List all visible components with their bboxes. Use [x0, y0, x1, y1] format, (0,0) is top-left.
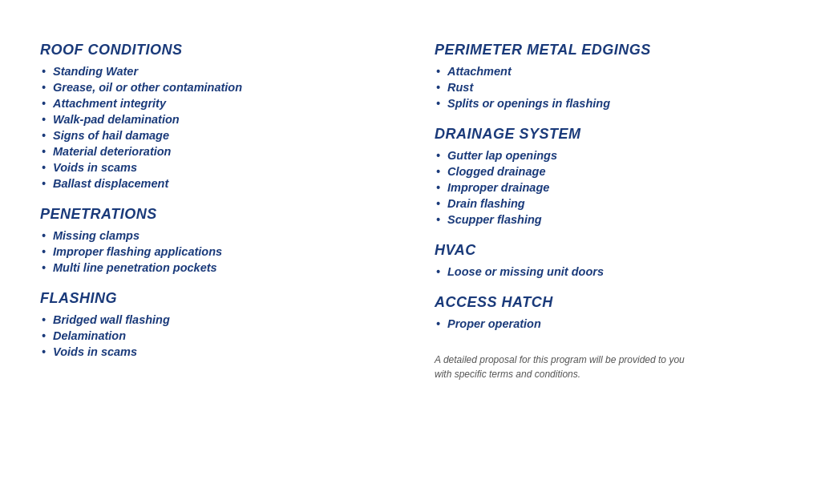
list-item: Loose or missing unit doors	[435, 264, 781, 280]
list-item: Voids in scams	[40, 159, 386, 175]
list-item: Attachment integrity	[40, 95, 386, 111]
section-access-hatch: ACCESS HATCHProper operation	[435, 294, 781, 332]
section-list-flashing: Bridged wall flashingDelaminationVoids i…	[40, 312, 386, 360]
section-drainage-system: DRAINAGE SYSTEMGutter lap openingsClogge…	[435, 126, 781, 228]
section-list-hvac: Loose or missing unit doors	[435, 264, 781, 280]
left-column: ROOF CONDITIONSStanding WaterGrease, oil…	[40, 42, 386, 381]
section-heading-perimeter-metal-edgings: PERIMETER METAL EDGINGS	[435, 42, 781, 58]
section-list-access-hatch: Proper operation	[435, 316, 781, 332]
list-item: Bridged wall flashing	[40, 312, 386, 328]
section-hvac: HVACLoose or missing unit doors	[435, 242, 781, 280]
section-heading-flashing: FLASHING	[40, 290, 386, 307]
list-item: Multi line penetration pockets	[40, 260, 386, 276]
section-perimeter-metal-edgings: PERIMETER METAL EDGINGSAttachmentRustSpl…	[435, 42, 781, 111]
list-item: Splits or openings in flashing	[435, 95, 781, 111]
list-item: Ballast displacement	[40, 175, 386, 192]
section-heading-drainage-system: DRAINAGE SYSTEM	[435, 126, 781, 143]
list-item: Gutter lap openings	[435, 147, 781, 163]
list-item: Proper operation	[435, 316, 781, 332]
list-item: Attachment	[435, 63, 781, 79]
right-column: PERIMETER METAL EDGINGSAttachmentRustSpl…	[435, 42, 781, 381]
list-item: Improper flashing applications	[40, 244, 386, 260]
section-penetrations: PENETRATIONSMissing clampsImproper flash…	[40, 206, 386, 276]
list-item: Grease, oil or other contamination	[40, 79, 386, 95]
list-item: Material deterioration	[40, 143, 386, 159]
section-heading-hvac: HVAC	[435, 242, 781, 259]
list-item: Signs of hail damage	[40, 127, 386, 143]
list-item: Delamination	[40, 328, 386, 344]
list-item: Clogged drainage	[435, 163, 781, 179]
content-grid: ROOF CONDITIONSStanding WaterGrease, oil…	[40, 42, 781, 381]
list-item: Improper drainage	[435, 179, 781, 196]
section-flashing: FLASHINGBridged wall flashingDelaminatio…	[40, 290, 386, 360]
page: ROOF CONDITIONSStanding WaterGrease, oil…	[0, 0, 821, 504]
section-heading-penetrations: PENETRATIONS	[40, 206, 386, 223]
list-item: Drain flashing	[435, 196, 781, 212]
section-heading-roof-conditions: ROOF CONDITIONS	[40, 42, 386, 58]
section-heading-access-hatch: ACCESS HATCH	[435, 294, 781, 311]
list-item: Voids in scams	[40, 344, 386, 360]
section-list-perimeter-metal-edgings: AttachmentRustSplits or openings in flas…	[435, 63, 781, 111]
list-item: Scupper flashing	[435, 212, 781, 228]
list-item: Rust	[435, 79, 781, 95]
section-roof-conditions: ROOF CONDITIONSStanding WaterGrease, oil…	[40, 42, 386, 192]
disclaimer-text: A detailed proposal for this program wil…	[435, 353, 691, 381]
list-item: Missing clamps	[40, 228, 386, 244]
section-list-drainage-system: Gutter lap openingsClogged drainageImpro…	[435, 147, 781, 228]
list-item: Standing Water	[40, 63, 386, 79]
section-list-roof-conditions: Standing WaterGrease, oil or other conta…	[40, 63, 386, 192]
list-item: Walk-pad delamination	[40, 111, 386, 127]
section-list-penetrations: Missing clampsImproper flashing applicat…	[40, 228, 386, 276]
